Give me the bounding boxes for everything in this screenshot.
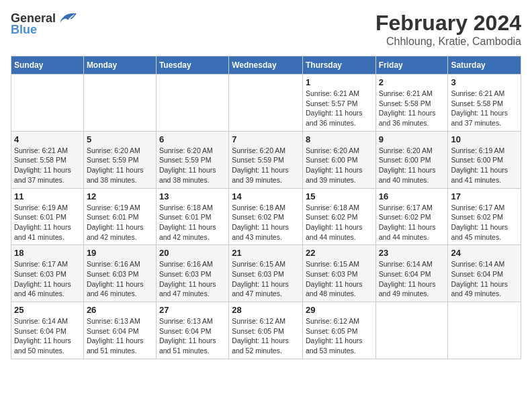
calendar-cell bbox=[229, 75, 303, 132]
day-info: Sunrise: 6:20 AM Sunset: 5:59 PM Dayligh… bbox=[232, 146, 300, 185]
day-number: 13 bbox=[159, 191, 226, 201]
calendar-cell: 7Sunrise: 6:20 AM Sunset: 5:59 PM Daylig… bbox=[229, 131, 303, 188]
calendar-cell: 13Sunrise: 6:18 AM Sunset: 6:01 PM Dayli… bbox=[156, 188, 228, 245]
day-info: Sunrise: 6:15 AM Sunset: 6:03 PM Dayligh… bbox=[306, 259, 373, 299]
day-info: Sunrise: 6:17 AM Sunset: 6:02 PM Dayligh… bbox=[451, 203, 518, 242]
calendar-cell: 1Sunrise: 6:21 AM Sunset: 5:57 PM Daylig… bbox=[302, 75, 375, 132]
day-info: Sunrise: 6:18 AM Sunset: 6:02 PM Dayligh… bbox=[232, 203, 300, 242]
calendar-cell: 14Sunrise: 6:18 AM Sunset: 6:02 PM Dayli… bbox=[229, 188, 303, 245]
weekday-header-saturday: Saturday bbox=[448, 56, 521, 75]
calendar-cell: 8Sunrise: 6:20 AM Sunset: 6:00 PM Daylig… bbox=[302, 131, 375, 188]
day-number: 27 bbox=[159, 305, 226, 315]
calendar-cell: 15Sunrise: 6:18 AM Sunset: 6:02 PM Dayli… bbox=[302, 188, 375, 245]
day-info: Sunrise: 6:21 AM Sunset: 5:57 PM Dayligh… bbox=[306, 89, 373, 128]
calendar-cell: 19Sunrise: 6:16 AM Sunset: 6:03 PM Dayli… bbox=[83, 245, 156, 302]
day-info: Sunrise: 6:21 AM Sunset: 5:58 PM Dayligh… bbox=[379, 89, 445, 128]
calendar-week-2: 4Sunrise: 6:21 AM Sunset: 5:58 PM Daylig… bbox=[11, 131, 521, 188]
calendar-week-3: 11Sunrise: 6:19 AM Sunset: 6:01 PM Dayli… bbox=[11, 188, 521, 245]
calendar-cell: 22Sunrise: 6:15 AM Sunset: 6:03 PM Dayli… bbox=[302, 245, 375, 302]
logo: General Blue bbox=[11, 11, 79, 37]
calendar-title: February 2024 bbox=[375, 11, 521, 36]
day-number: 6 bbox=[159, 134, 226, 144]
weekday-header-wednesday: Wednesday bbox=[229, 56, 303, 75]
calendar-week-5: 25Sunrise: 6:14 AM Sunset: 6:04 PM Dayli… bbox=[11, 302, 521, 359]
calendar-table: SundayMondayTuesdayWednesdayThursdayFrid… bbox=[11, 56, 521, 359]
calendar-cell: 24Sunrise: 6:14 AM Sunset: 6:04 PM Dayli… bbox=[448, 245, 521, 302]
day-info: Sunrise: 6:13 AM Sunset: 6:04 PM Dayligh… bbox=[87, 316, 153, 356]
day-number: 5 bbox=[87, 134, 153, 144]
day-info: Sunrise: 6:14 AM Sunset: 6:04 PM Dayligh… bbox=[379, 259, 445, 299]
calendar-cell: 11Sunrise: 6:19 AM Sunset: 6:01 PM Dayli… bbox=[11, 188, 84, 245]
day-number: 19 bbox=[87, 248, 153, 258]
calendar-cell: 10Sunrise: 6:19 AM Sunset: 6:00 PM Dayli… bbox=[448, 131, 521, 188]
day-info: Sunrise: 6:12 AM Sunset: 6:05 PM Dayligh… bbox=[232, 316, 300, 356]
day-number: 11 bbox=[14, 191, 81, 201]
calendar-cell: 16Sunrise: 6:17 AM Sunset: 6:02 PM Dayli… bbox=[375, 188, 448, 245]
weekday-header-row: SundayMondayTuesdayWednesdayThursdayFrid… bbox=[11, 56, 521, 75]
day-number: 16 bbox=[379, 191, 445, 201]
day-info: Sunrise: 6:20 AM Sunset: 6:00 PM Dayligh… bbox=[306, 146, 373, 185]
calendar-cell: 4Sunrise: 6:21 AM Sunset: 5:58 PM Daylig… bbox=[11, 131, 84, 188]
day-number: 25 bbox=[14, 305, 81, 315]
weekday-header-thursday: Thursday bbox=[302, 56, 375, 75]
day-info: Sunrise: 6:16 AM Sunset: 6:03 PM Dayligh… bbox=[87, 259, 153, 299]
day-info: Sunrise: 6:16 AM Sunset: 6:03 PM Dayligh… bbox=[159, 259, 226, 299]
calendar-cell bbox=[375, 302, 448, 359]
day-number: 21 bbox=[232, 248, 300, 258]
day-number: 9 bbox=[379, 134, 445, 144]
calendar-cell: 5Sunrise: 6:20 AM Sunset: 5:59 PM Daylig… bbox=[83, 131, 156, 188]
day-number: 7 bbox=[232, 134, 300, 144]
calendar-cell: 26Sunrise: 6:13 AM Sunset: 6:04 PM Dayli… bbox=[83, 302, 156, 359]
day-number: 23 bbox=[379, 248, 445, 258]
day-info: Sunrise: 6:21 AM Sunset: 5:58 PM Dayligh… bbox=[14, 146, 81, 185]
calendar-cell: 12Sunrise: 6:19 AM Sunset: 6:01 PM Dayli… bbox=[83, 188, 156, 245]
day-info: Sunrise: 6:15 AM Sunset: 6:03 PM Dayligh… bbox=[232, 259, 300, 299]
day-info: Sunrise: 6:19 AM Sunset: 6:01 PM Dayligh… bbox=[87, 203, 153, 242]
day-info: Sunrise: 6:14 AM Sunset: 6:04 PM Dayligh… bbox=[451, 259, 518, 299]
calendar-cell bbox=[448, 302, 521, 359]
day-number: 28 bbox=[232, 305, 300, 315]
calendar-cell: 2Sunrise: 6:21 AM Sunset: 5:58 PM Daylig… bbox=[375, 75, 448, 132]
calendar-cell: 29Sunrise: 6:12 AM Sunset: 6:05 PM Dayli… bbox=[302, 302, 375, 359]
day-info: Sunrise: 6:17 AM Sunset: 6:03 PM Dayligh… bbox=[14, 259, 81, 299]
calendar-cell: 3Sunrise: 6:21 AM Sunset: 5:58 PM Daylig… bbox=[448, 75, 521, 132]
weekday-header-friday: Friday bbox=[375, 56, 448, 75]
day-info: Sunrise: 6:20 AM Sunset: 5:59 PM Dayligh… bbox=[159, 146, 226, 185]
day-info: Sunrise: 6:20 AM Sunset: 5:59 PM Dayligh… bbox=[87, 146, 153, 185]
day-number: 14 bbox=[232, 191, 300, 201]
day-number: 2 bbox=[379, 77, 445, 87]
day-number: 3 bbox=[451, 77, 518, 87]
logo-bird-icon bbox=[57, 11, 79, 26]
calendar-cell: 21Sunrise: 6:15 AM Sunset: 6:03 PM Dayli… bbox=[229, 245, 303, 302]
day-number: 26 bbox=[87, 305, 153, 315]
day-number: 22 bbox=[306, 248, 373, 258]
day-info: Sunrise: 6:17 AM Sunset: 6:02 PM Dayligh… bbox=[379, 203, 445, 242]
calendar-cell: 27Sunrise: 6:13 AM Sunset: 6:04 PM Dayli… bbox=[156, 302, 228, 359]
day-number: 4 bbox=[14, 134, 81, 144]
calendar-week-4: 18Sunrise: 6:17 AM Sunset: 6:03 PM Dayli… bbox=[11, 245, 521, 302]
day-number: 15 bbox=[306, 191, 373, 201]
calendar-subtitle: Chhloung, Kratie, Cambodia bbox=[375, 36, 521, 48]
day-info: Sunrise: 6:19 AM Sunset: 6:00 PM Dayligh… bbox=[451, 146, 518, 185]
day-info: Sunrise: 6:20 AM Sunset: 6:00 PM Dayligh… bbox=[379, 146, 445, 185]
day-number: 29 bbox=[306, 305, 373, 315]
calendar-cell: 23Sunrise: 6:14 AM Sunset: 6:04 PM Dayli… bbox=[375, 245, 448, 302]
day-number: 1 bbox=[306, 77, 373, 87]
day-info: Sunrise: 6:18 AM Sunset: 6:02 PM Dayligh… bbox=[306, 203, 373, 242]
title-section: February 2024 Chhloung, Kratie, Cambodia bbox=[375, 11, 521, 48]
day-number: 10 bbox=[451, 134, 518, 144]
calendar-cell: 9Sunrise: 6:20 AM Sunset: 6:00 PM Daylig… bbox=[375, 131, 448, 188]
weekday-header-tuesday: Tuesday bbox=[156, 56, 228, 75]
day-number: 8 bbox=[306, 134, 373, 144]
day-number: 20 bbox=[159, 248, 226, 258]
calendar-cell: 28Sunrise: 6:12 AM Sunset: 6:05 PM Dayli… bbox=[229, 302, 303, 359]
day-info: Sunrise: 6:13 AM Sunset: 6:04 PM Dayligh… bbox=[159, 316, 226, 356]
calendar-week-1: 1Sunrise: 6:21 AM Sunset: 5:57 PM Daylig… bbox=[11, 75, 521, 132]
day-number: 17 bbox=[451, 191, 518, 201]
weekday-header-monday: Monday bbox=[83, 56, 156, 75]
calendar-cell: 17Sunrise: 6:17 AM Sunset: 6:02 PM Dayli… bbox=[448, 188, 521, 245]
day-info: Sunrise: 6:21 AM Sunset: 5:58 PM Dayligh… bbox=[451, 89, 518, 128]
calendar-cell: 6Sunrise: 6:20 AM Sunset: 5:59 PM Daylig… bbox=[156, 131, 228, 188]
day-number: 18 bbox=[14, 248, 81, 258]
calendar-cell bbox=[156, 75, 228, 132]
